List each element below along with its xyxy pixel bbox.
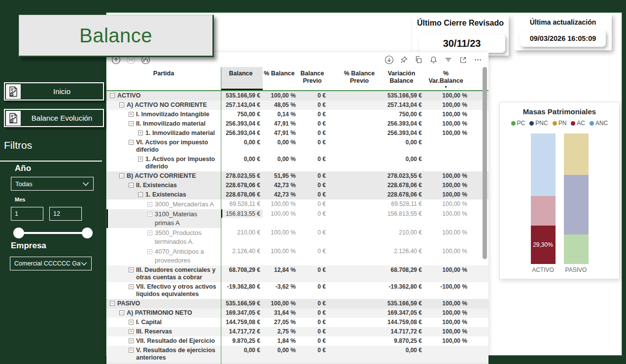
bell-icon[interactable] — [429, 55, 438, 65]
value-cell-pct_balance[interactable]: 27,05 % — [263, 318, 299, 326]
collapse-icon[interactable]: − — [119, 310, 124, 315]
value-cell-pct_balance_previo[interactable] — [341, 129, 381, 130]
value-cell-balance[interactable]: 535.166,59 € — [221, 91, 263, 99]
value-cell-pct_balance[interactable]: 47,91 % — [263, 129, 299, 137]
value-cell-balance[interactable]: 9.870,25 € — [221, 336, 263, 345]
partida-cell[interactable]: +V. Resultados de ejercicios anteriores — [106, 346, 221, 363]
partida-cell[interactable]: +4070_Anticipos a proveedores — [106, 247, 221, 265]
value-cell-pct_balance_previo[interactable] — [341, 327, 381, 328]
legend-item-ac[interactable]: AC — [571, 120, 585, 127]
value-cell-balance[interactable]: 278.023,55 € — [221, 171, 263, 180]
value-cell-balance_previo[interactable]: 0 € — [299, 228, 341, 236]
value-cell-balance_previo[interactable]: 0 € — [299, 91, 341, 99]
value-cell-pct_balance[interactable]: 0,00 % — [263, 138, 299, 146]
value-cell-pct_balance[interactable]: 2,75 % — [263, 327, 299, 335]
value-cell-balance_previo[interactable]: 0 € — [299, 209, 341, 218]
value-cell-variacion_balance[interactable]: 228.678,06 € — [381, 181, 424, 189]
value-cell-balance[interactable]: 0,00 € — [221, 155, 263, 163]
value-cell-variacion_balance[interactable]: 68.708,29 € — [381, 265, 424, 274]
partida-cell[interactable]: +I. Inmovilizado Intangible — [106, 110, 221, 119]
value-cell-balance_previo[interactable]: 0 € — [299, 199, 341, 208]
value-cell-pct_balance_previo[interactable] — [341, 209, 381, 210]
focus-mode-icon[interactable] — [458, 55, 468, 65]
bar-segment-pc[interactable] — [564, 234, 589, 264]
value-cell-variacion_balance[interactable]: 256.393,04 € — [381, 129, 424, 137]
partida-cell[interactable]: +VII. Resultado del Ejercicio — [106, 336, 221, 346]
value-cell-variacion_balance[interactable]: 257.143,04 € — [381, 100, 424, 109]
value-cell-pct_balance_previo[interactable] — [341, 199, 381, 200]
expand-icon[interactable]: + — [129, 267, 134, 272]
value-cell-variacion_balance[interactable]: 0,00 € — [381, 155, 424, 163]
value-cell-variacion_balance[interactable]: 14.717,72 € — [381, 327, 424, 335]
vertical-scrollbar[interactable] — [483, 67, 487, 259]
table-row[interactable]: −PASIVO535.166,59 €100,00 %0 €535.166,59… — [106, 299, 488, 308]
bar-segment-ac-unhighlighted[interactable] — [531, 196, 556, 226]
value-cell-variacion_balance[interactable]: 256.393,04 € — [381, 119, 424, 128]
expand-icon[interactable]: + — [129, 320, 134, 325]
nav-button-inicio[interactable]: $ Inicio — [4, 82, 104, 100]
value-cell-pct_balance_previo[interactable] — [341, 363, 381, 364]
value-cell-balance_previo[interactable]: 0 € — [299, 181, 341, 189]
value-cell-balance[interactable]: 169.347,05 € — [221, 308, 263, 317]
value-cell-balance[interactable]: 69.528,11 € — [221, 199, 263, 208]
mes-from-input[interactable]: 1 — [11, 207, 43, 221]
value-cell-pct_balance[interactable]: 0,14 % — [263, 110, 299, 118]
value-cell-balance_previo[interactable]: 0 € — [299, 110, 341, 118]
value-cell-pct_balance_previo[interactable] — [341, 171, 381, 172]
table-row[interactable]: −II. Inmovilizado material256.393,04 €47… — [106, 119, 488, 129]
value-cell-balance[interactable]: 0,00 € — [221, 138, 263, 146]
value-cell-pct_balance[interactable]: 100,00 % — [263, 209, 299, 218]
expand-icon[interactable]: + — [147, 249, 152, 254]
table-row[interactable]: +VII. Resultado del Ejercicio9.870,25 €1… — [106, 336, 488, 346]
bar-segment-pnc[interactable] — [564, 175, 589, 234]
table-row[interactable]: +3000_Mercaderías A69.528,11 €100,00 %0 … — [106, 199, 488, 209]
value-cell-variacion_balance[interactable]: 2.126,40 € — [381, 247, 424, 255]
value-cell-pct_var_balance[interactable]: 100,00 % — [424, 336, 471, 345]
partida-cell[interactable]: −A) PATRIMONIO NETO — [106, 308, 221, 318]
value-cell-pct_balance[interactable]: 42,73 % — [263, 181, 299, 189]
value-cell-pct_var_balance[interactable]: -100,00 % — [424, 282, 471, 291]
partida-cell[interactable]: −VI. Activos por impuesto diferido — [106, 138, 221, 155]
collapse-icon[interactable]: − — [129, 140, 134, 145]
legend-item-pnc[interactable]: PNC — [529, 120, 548, 127]
value-cell-variacion_balance[interactable]: 228.678,06 € — [381, 190, 424, 199]
pin-icon[interactable] — [399, 55, 409, 65]
value-cell-variacion_balance[interactable]: 0,00 € — [381, 346, 424, 354]
value-cell-balance_previo[interactable]: 0 € — [299, 100, 341, 109]
value-cell-balance[interactable]: 144.759,08 € — [221, 318, 263, 326]
value-cell-pct_var_balance[interactable]: 100,00 % — [424, 228, 471, 236]
value-cell-pct_var_balance[interactable]: 100,00 % — [424, 327, 471, 335]
table-row[interactable]: +III. Deudores comerciales y otras cuent… — [106, 265, 488, 282]
value-cell-pct_balance_previo[interactable] — [341, 91, 381, 92]
mes-slider-handle-to[interactable] — [82, 228, 93, 238]
expand-icon[interactable]: + — [138, 157, 143, 162]
mes-range-slider-track[interactable] — [19, 232, 88, 234]
value-cell-pct_var_balance[interactable]: 100,00 % — [424, 199, 471, 208]
value-cell-pct_balance_previo[interactable] — [341, 190, 381, 191]
partida-cell[interactable]: +III. Reservas — [106, 327, 221, 336]
collapse-icon[interactable]: − — [129, 121, 134, 126]
value-cell-pct_balance[interactable]: 0,00 % — [263, 155, 299, 163]
value-cell-pct_balance[interactable]: -3,62 % — [263, 282, 299, 291]
value-cell-balance_previo[interactable]: 0 € — [299, 129, 341, 137]
expand-icon[interactable]: + — [129, 348, 134, 353]
value-cell-pct_balance[interactable]: 42,73 % — [263, 190, 299, 199]
value-cell-balance_previo[interactable]: 0 € — [299, 346, 341, 354]
value-cell-pct_balance[interactable]: 47,91 % — [263, 119, 299, 128]
value-cell-pct_balance[interactable]: 1,84 % — [263, 336, 299, 345]
value-cell-pct_var_balance[interactable]: 100,00 % — [424, 171, 471, 180]
value-cell-pct_balance_previo[interactable] — [341, 282, 381, 283]
bar-segment-pn[interactable] — [564, 133, 589, 175]
value-cell-balance[interactable]: 257.143,04 € — [221, 100, 263, 109]
copy-icon[interactable] — [414, 55, 423, 65]
value-cell-pct_var_balance[interactable]: 100,00 % — [424, 308, 471, 317]
value-cell-pct_var_balance[interactable]: 100,00 % — [424, 91, 471, 99]
value-cell-variacion_balance[interactable]: 169.347,05 € — [381, 308, 424, 317]
partida-cell[interactable]: −II. Existencias — [106, 181, 221, 190]
value-cell-balance[interactable]: 228.678,06 € — [221, 181, 263, 189]
value-cell-variacion_balance[interactable]: 9.870,25 € — [381, 336, 424, 345]
legend-item-pn[interactable]: PN — [553, 120, 567, 127]
value-cell-pct_balance_previo[interactable] — [341, 299, 381, 300]
value-cell-pct_balance_previo[interactable] — [341, 336, 381, 337]
value-cell-balance_previo[interactable]: 0 € — [299, 119, 341, 128]
